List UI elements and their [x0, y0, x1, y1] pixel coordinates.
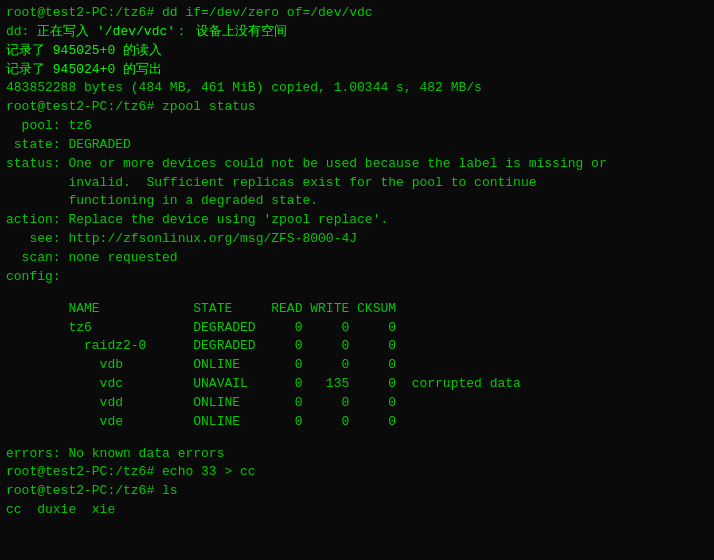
line-11: functioning in a degraded state.: [6, 192, 708, 211]
line-12: action: Replace the device using 'zpool …: [6, 211, 708, 230]
line-22: vdd ONLINE 0 0 0: [6, 394, 708, 413]
line-28: cc duxie xie: [6, 501, 708, 520]
line-20: vdb ONLINE 0 0 0: [6, 356, 708, 375]
blank-1: [6, 287, 708, 300]
line-13: see: http://zfsonlinux.org/msg/ZFS-8000-…: [6, 230, 708, 249]
line-19: raidz2-0 DEGRADED 0 0 0: [6, 337, 708, 356]
line-8: state: DEGRADED: [6, 136, 708, 155]
line-25: errors: No known data errors: [6, 445, 708, 464]
line-1: root@test2-PC:/tz6# dd if=/dev/zero of=/…: [6, 4, 708, 23]
terminal-window[interactable]: root@test2-PC:/tz6# dd if=/dev/zero of=/…: [0, 0, 714, 560]
line-27: root@test2-PC:/tz6# ls: [6, 482, 708, 501]
line-26: root@test2-PC:/tz6# echo 33 > cc: [6, 463, 708, 482]
line-7: pool: tz6: [6, 117, 708, 136]
line-3: 记录了 945025+0 的读入: [6, 42, 708, 61]
line-2: dd: 正在写入 '/dev/vdc'： 设备上没有空间: [6, 23, 708, 42]
line-18: tz6 DEGRADED 0 0 0: [6, 319, 708, 338]
line-6: root@test2-PC:/tz6# zpool status: [6, 98, 708, 117]
line-23: vde ONLINE 0 0 0: [6, 413, 708, 432]
line-21: vdc UNAVAIL 0 135 0 corrupted data: [6, 375, 708, 394]
line-15: config:: [6, 268, 708, 287]
line-14: scan: none requested: [6, 249, 708, 268]
line-17: NAME STATE READ WRITE CKSUM: [6, 300, 708, 319]
line-5: 483852288 bytes (484 MB, 461 MiB) copied…: [6, 79, 708, 98]
blank-2: [6, 432, 708, 445]
line-9: status: One or more devices could not be…: [6, 155, 708, 174]
line-4: 记录了 945024+0 的写出: [6, 61, 708, 80]
line-10: invalid. Sufficient replicas exist for t…: [6, 174, 708, 193]
